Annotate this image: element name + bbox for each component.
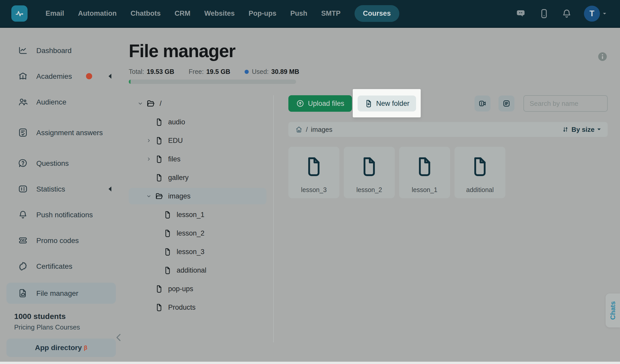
sidebar-item-label: File manager [36, 289, 78, 298]
tree-item-lesson-1[interactable]: lesson_1 [129, 206, 273, 223]
sidebar-item-questions[interactable]: Questions [0, 154, 121, 172]
nav-item-crm[interactable]: CRM [175, 10, 191, 18]
folder-card-lesson-3[interactable]: lesson_3 [288, 147, 339, 198]
sidebar-item-label: Certificates [36, 262, 72, 271]
files-pane: Upload files New folder [274, 95, 608, 198]
tree-item-lesson-3[interactable]: lesson_3 [129, 244, 273, 260]
tree-item-images[interactable]: images [129, 188, 266, 204]
folder-open-icon [145, 99, 157, 108]
chevron-left-icon[interactable] [108, 73, 112, 79]
sidebar-item-label: Academies [36, 72, 72, 81]
tree-item-pop-ups[interactable]: pop-ups [129, 281, 273, 297]
statistics-icon [18, 184, 28, 194]
chevron-right-icon[interactable] [144, 157, 153, 162]
chevron-right-icon[interactable] [144, 138, 153, 143]
sidebar-item-assignment-answers[interactable]: Assignment answers [0, 118, 121, 147]
nav-right-icons: T [516, 6, 607, 22]
avatar-letter: T [590, 9, 595, 18]
breadcrumb-current: images [311, 126, 332, 134]
folder-card-lesson-2[interactable]: lesson_2 [344, 147, 395, 198]
sidebar-item-label: Statistics [36, 185, 65, 194]
bell-icon[interactable] [561, 8, 572, 19]
folder-icon [153, 136, 165, 145]
chevron-down-icon[interactable] [136, 101, 145, 106]
nav-item-automation[interactable]: Automation [78, 10, 117, 18]
app-directory-button[interactable]: App directory β [6, 339, 116, 357]
pulse-icon [14, 8, 25, 19]
chats-tab[interactable]: Chats [606, 293, 620, 327]
certificate-badge-icon [18, 261, 28, 271]
tree-item-root[interactable]: / [129, 95, 273, 112]
chevron-down-icon [597, 128, 601, 131]
sidebar-footer: 1000 students Pricing Plans Courses [0, 312, 121, 331]
tree-item-additional[interactable]: additional [129, 262, 273, 279]
tree-item-lesson-2[interactable]: lesson_2 [129, 225, 273, 241]
breadcrumb-separator: / [306, 126, 308, 134]
account-menu[interactable]: T [584, 6, 607, 22]
notification-dot [86, 73, 92, 79]
list-view-button[interactable] [498, 96, 514, 111]
storage-used: Used:30.89 MB [245, 68, 299, 75]
sidebar-item-label: Promo codes [36, 236, 79, 245]
nav-item-popups[interactable]: Pop-ups [249, 10, 277, 18]
folder-icon [153, 173, 165, 182]
tree-item-files[interactable]: files [129, 151, 273, 167]
beta-badge: β [84, 344, 87, 351]
folder-icon [153, 155, 165, 163]
sidebar-item-promo-codes[interactable]: Promo codes [0, 231, 121, 250]
folder-icon [153, 303, 165, 312]
upload-icon [296, 99, 304, 108]
sidebar-item-statistics[interactable]: Statistics [0, 180, 121, 198]
nav-menu: Email Automation Chatbots CRM Websites P… [46, 5, 399, 22]
chevron-down-icon[interactable] [144, 194, 153, 199]
nav-item-websites[interactable]: Websites [204, 10, 235, 18]
folder-icon [162, 210, 174, 219]
tree-item-gallery[interactable]: gallery [129, 169, 273, 186]
tree-item-audio[interactable]: audio [129, 114, 273, 130]
upload-files-button[interactable]: Upload files [288, 95, 352, 112]
folder-card-label: additional [466, 186, 494, 194]
folder-card-lesson-1[interactable]: lesson_1 [399, 147, 450, 198]
chats-label: Chats [609, 301, 617, 320]
folder-grid: lesson_3 lesson_2 lesson_1 additional [288, 147, 608, 198]
pricing-plan-link[interactable]: Pricing Plans Courses [14, 323, 121, 331]
sidebar-item-label: Assignment answers [36, 128, 103, 137]
chart-line-icon [18, 45, 28, 56]
nav-item-email[interactable]: Email [46, 10, 64, 18]
breadcrumb: / images [295, 126, 332, 134]
used-dot [245, 70, 249, 74]
folder-icon [303, 155, 325, 178]
search-input[interactable] [523, 95, 608, 112]
page-title: File manager [129, 41, 608, 61]
sidebar-item-label: Push notifications [36, 210, 93, 219]
sort-dropdown[interactable]: By size [562, 126, 601, 134]
sidebar-item-certificates[interactable]: Certificates [0, 257, 121, 275]
bell-icon [18, 210, 28, 220]
home-icon[interactable] [295, 126, 303, 133]
video-tutorial-button[interactable] [475, 96, 490, 111]
mobile-phone-icon[interactable] [539, 8, 549, 19]
storage-free: Free:19.5 GB [189, 68, 230, 75]
nav-item-chatbots[interactable]: Chatbots [131, 10, 161, 18]
chevron-left-icon[interactable] [108, 186, 112, 192]
nav-item-courses[interactable]: Courses [355, 5, 399, 22]
new-folder-button[interactable]: New folder [358, 96, 416, 111]
sidebar-item-academies[interactable]: Academies [0, 67, 121, 85]
video-camera-icon [478, 99, 487, 108]
users-icon [18, 97, 28, 107]
avatar[interactable]: T [584, 6, 600, 22]
chat-bubble-icon[interactable] [516, 8, 527, 19]
sidebar-item-audience[interactable]: Audience [0, 93, 121, 111]
info-icon[interactable] [597, 51, 608, 62]
sidebar-item-file-manager[interactable]: File manager [6, 283, 116, 304]
nav-item-smtp[interactable]: SMTP [321, 10, 341, 18]
sidebar-item-dashboard[interactable]: Dashboard [0, 41, 121, 60]
tree-item-edu[interactable]: EDU [129, 132, 273, 149]
nav-item-push[interactable]: Push [290, 10, 307, 18]
folder-card-additional[interactable]: additional [454, 147, 505, 198]
sidebar-item-push-notifications[interactable]: Push notifications [0, 205, 121, 224]
main-content: File manager Total:19.53 GB Free:19.5 GB… [121, 28, 620, 364]
promo-ticket-icon [18, 235, 28, 246]
tree-item-products[interactable]: Products [129, 299, 273, 316]
app-logo[interactable] [11, 5, 28, 22]
